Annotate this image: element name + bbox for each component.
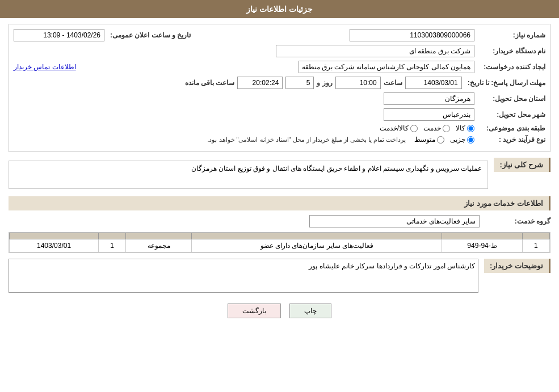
col-name xyxy=(192,233,442,239)
row-type: نوع فرآیند خرید : متوسط جزیی پرداخت تمام… xyxy=(14,136,545,144)
radio-group-type: متوسط جزیی xyxy=(414,136,474,144)
main-info-section: شماره نیاز: تاریخ و ساعت اعلان عمومی: نا… xyxy=(9,24,550,152)
page-wrapper: جزئیات اطلاعات نیاز شماره نیاز: تاریخ و … xyxy=(0,0,559,392)
notice-text: پرداخت تمام یا بخشی از مبلغ خریدار از مح… xyxy=(207,136,406,144)
input-deadline-days[interactable] xyxy=(285,77,314,89)
radio-label-khedmat: خدمت xyxy=(423,124,441,132)
label-shahr: شهر محل تحویل: xyxy=(477,111,545,119)
content-area: شماره نیاز: تاریخ و ساعت اعلان عمومی: نا… xyxy=(0,18,559,330)
input-shenmare[interactable] xyxy=(350,29,474,41)
section-services-title: اطلاعات خدمات مورد نیاز xyxy=(9,196,550,210)
input-nam-dastgah[interactable] xyxy=(276,45,474,57)
sharh-box: عملیات سرویس و نگهداری سیستم اعلام و اطف… xyxy=(9,161,488,189)
radio-item-khedmat[interactable]: خدمت xyxy=(423,124,450,132)
label-buyer-desc: توضیحات خریدار: xyxy=(484,259,550,273)
col-date xyxy=(10,233,99,239)
bottom-buttons: بازگشت چاپ xyxy=(9,298,550,324)
row-creator: ایجاد کننده درخواست: اطلاعات تماس خریدار xyxy=(14,61,545,73)
row-category: طبقه بندی موضوعی: کالا/خدمت خدمت کالا xyxy=(14,124,545,132)
radio-kala[interactable] xyxy=(467,125,474,132)
input-shahr[interactable] xyxy=(384,108,474,121)
label-ostan: استان محل تحویل: xyxy=(477,95,545,103)
label-type: نوع فرآیند خرید : xyxy=(477,136,545,144)
input-deadline-date[interactable] xyxy=(405,77,462,89)
radio-label-kala: کالا xyxy=(456,124,465,132)
table-row: 1ط-94-949فعالیت‌های سایر سازمان‌های دارا… xyxy=(10,239,550,252)
label-deadline-days: روز و xyxy=(317,79,332,87)
row-shenmare: شماره نیاز: تاریخ و ساعت اعلان عمومی: xyxy=(14,29,545,41)
input-deadline-remaining[interactable] xyxy=(237,77,283,89)
row-nam-dastgah: نام دستگاه خریدار: xyxy=(14,45,545,57)
col-kod xyxy=(442,233,522,239)
table-header-row xyxy=(10,233,550,239)
input-creator[interactable] xyxy=(299,61,474,73)
label-deadline: مهلت ارسال پاسخ: تا تاریخ: xyxy=(465,79,545,87)
radio-item-kala-khedmat[interactable]: کالا/خدمت xyxy=(380,124,418,132)
buyer-desc-textarea[interactable] xyxy=(9,259,478,293)
col-radif xyxy=(522,233,549,239)
label-group: گروه خدمت: xyxy=(482,217,550,225)
col-unit xyxy=(126,233,192,239)
radio-label-kala-khedmat: کالا/خدمت xyxy=(380,124,409,132)
input-ostan[interactable] xyxy=(384,92,474,105)
radio-item-kala[interactable]: کالا xyxy=(456,124,474,132)
page-title: جزئیات اطلاعات نیاز xyxy=(0,0,559,18)
input-deadline-time[interactable] xyxy=(335,77,381,89)
col-quantity xyxy=(99,233,126,239)
label-deadline-time: ساعت xyxy=(384,79,402,87)
label-shenmare: شماره نیاز: xyxy=(477,31,545,39)
row-group: گروه خدمت: xyxy=(9,215,550,227)
label-category: طبقه بندی موضوعی: xyxy=(477,124,545,132)
print-button[interactable]: چاپ xyxy=(289,304,331,318)
label-creator: ایجاد کننده درخواست: xyxy=(477,63,545,71)
label-nam-dastgah: نام دستگاه خریدار: xyxy=(477,47,545,55)
radio-khedmat[interactable] xyxy=(443,125,450,132)
link-contact[interactable]: اطلاعات تماس خریدار xyxy=(14,63,76,71)
radio-motavasset[interactable] xyxy=(437,136,444,144)
input-date[interactable] xyxy=(14,29,104,41)
radio-jozei[interactable] xyxy=(467,136,474,144)
radio-item-jozei[interactable]: جزیی xyxy=(450,136,474,144)
buyer-desc-row: توضیحات خریدار: xyxy=(9,259,550,294)
input-group[interactable] xyxy=(309,215,480,227)
radio-kala-khedmat[interactable] xyxy=(410,125,418,132)
section-sharh-title: شرح کلی نیاز: xyxy=(494,158,550,172)
row-shahr: شهر محل تحویل: xyxy=(14,108,545,121)
services-table-container: 1ط-94-949فعالیت‌های سایر سازمان‌های دارا… xyxy=(9,232,550,253)
services-table: 1ط-94-949فعالیت‌های سایر سازمان‌های دارا… xyxy=(9,233,550,252)
radio-item-motavasset[interactable]: متوسط xyxy=(414,136,444,144)
radio-label-jozei: جزیی xyxy=(450,136,465,144)
label-date: تاریخ و ساعت اعلان عمومی: xyxy=(107,31,191,39)
row-ostan: استان محل تحویل: xyxy=(14,92,545,105)
row-deadline: مهلت ارسال پاسخ: تا تاریخ: ساعت روز و سا… xyxy=(14,77,545,89)
label-remaining: ساعت باقی مانده xyxy=(185,79,235,87)
radio-label-motavasset: متوسط xyxy=(414,136,435,144)
row-sharh: شرح کلی نیاز: عملیات سرویس و نگهداری سیس… xyxy=(9,158,550,192)
back-button[interactable]: بازگشت xyxy=(228,304,281,318)
radio-group-category: کالا/خدمت خدمت کالا xyxy=(380,124,474,132)
